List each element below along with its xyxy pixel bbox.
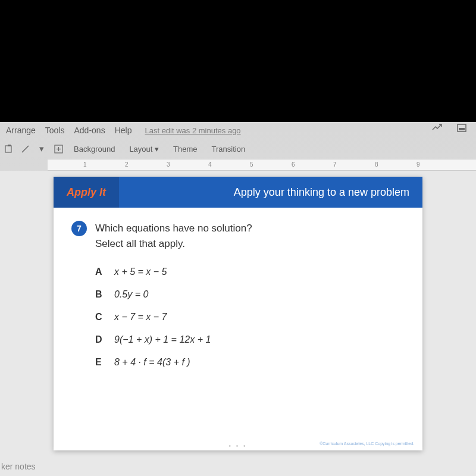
ruler-tick: 5 [250, 161, 253, 168]
menu-bar: Arrange Tools Add-ons Help Last edit was… [0, 122, 476, 139]
menu-addons[interactable]: Add-ons [71, 126, 109, 135]
ruler-tick: 3 [167, 161, 170, 168]
ruler-tick: 1 [83, 161, 87, 168]
ruler: 1 2 3 4 5 6 7 8 9 [48, 159, 476, 171]
transition-button[interactable]: Transition [207, 145, 250, 154]
svg-rect-2 [5, 146, 11, 152]
menu-help[interactable]: Help [111, 126, 136, 135]
question-line2: Select all that apply. [95, 236, 252, 252]
background-button[interactable]: Background [69, 145, 120, 154]
speaker-notes-label[interactable]: ker notes [0, 462, 36, 471]
menu-tools[interactable]: Tools [42, 126, 68, 135]
paste-icon[interactable] [2, 143, 14, 155]
choice-expression: 9(−1 + x) + 1 = 12x + 1 [114, 334, 211, 345]
app-area: Arrange Tools Add-ons Help Last edit was… [0, 122, 476, 476]
question-number-badge: 7 [71, 221, 87, 236]
choices-list: A x + 5 = x − 5 B 0.5y = 0 C x − 7 = x −… [95, 267, 405, 368]
choice-label: D [95, 334, 106, 345]
svg-rect-3 [8, 145, 11, 146]
question-line1: Which equations have no solution? [95, 221, 252, 236]
add-box-icon[interactable] [52, 143, 64, 155]
choice-e: E 8 + 4 · f = 4(3 + f ) [95, 357, 405, 368]
question-text: Which equations have no solution? Select… [95, 221, 252, 251]
svg-rect-1 [459, 128, 465, 130]
ruler-tick: 7 [333, 161, 337, 168]
slide-handle-dots[interactable]: • • • [228, 443, 247, 449]
slide-header: Apply It Apply your thinking to a new pr… [54, 177, 422, 208]
slide-footer: ©Curriculum Associates, LLC Copying is p… [320, 441, 414, 446]
line-icon[interactable] [19, 143, 31, 155]
question-row: 7 Which equations have no solution? Sele… [71, 221, 405, 251]
toolbar: ▾ Background Layout ▾ Theme Transition [0, 139, 476, 159]
apply-it-label: Apply It [67, 186, 106, 199]
black-top-area [0, 0, 476, 122]
choice-label: B [95, 289, 106, 300]
trend-icon[interactable] [428, 124, 446, 134]
choice-d: D 9(−1 + x) + 1 = 12x + 1 [95, 334, 405, 345]
dropdown-caret-icon[interactable]: ▾ [36, 143, 48, 155]
ruler-tick: 9 [416, 161, 420, 168]
choice-c: C x − 7 = x − 7 [95, 312, 405, 322]
ruler-tick: 8 [375, 161, 378, 168]
choice-expression: 8 + 4 · f = 4(3 + f ) [114, 357, 190, 368]
choice-label: E [95, 357, 106, 368]
choice-label: C [95, 312, 106, 322]
choice-b: B 0.5y = 0 [95, 289, 405, 300]
svg-line-4 [22, 146, 29, 152]
last-edit-text[interactable]: Last edit was 2 minutes ago [141, 126, 244, 135]
apply-it-box: Apply It [54, 177, 119, 208]
canvas-area: Apply It Apply your thinking to a new pr… [0, 171, 476, 476]
choice-label: A [95, 267, 106, 277]
slide-content: 7 Which equations have no solution? Sele… [54, 208, 422, 393]
choice-expression: 0.5y = 0 [114, 289, 148, 300]
choice-expression: x + 5 = x − 5 [114, 267, 167, 277]
slide[interactable]: Apply It Apply your thinking to a new pr… [54, 177, 422, 450]
choice-a: A x + 5 = x − 5 [95, 267, 405, 277]
header-text: Apply your thinking to a new problem [234, 186, 409, 199]
choice-expression: x − 7 = x − 7 [114, 312, 167, 322]
ruler-tick: 2 [125, 161, 129, 168]
theme-button[interactable]: Theme [168, 145, 202, 154]
layout-button[interactable]: Layout ▾ [124, 145, 164, 154]
top-right-icons [428, 124, 470, 134]
ruler-tick: 4 [208, 161, 212, 168]
menu-arrange[interactable]: Arrange [2, 126, 39, 135]
present-icon[interactable] [453, 124, 470, 134]
ruler-tick: 6 [292, 161, 295, 168]
